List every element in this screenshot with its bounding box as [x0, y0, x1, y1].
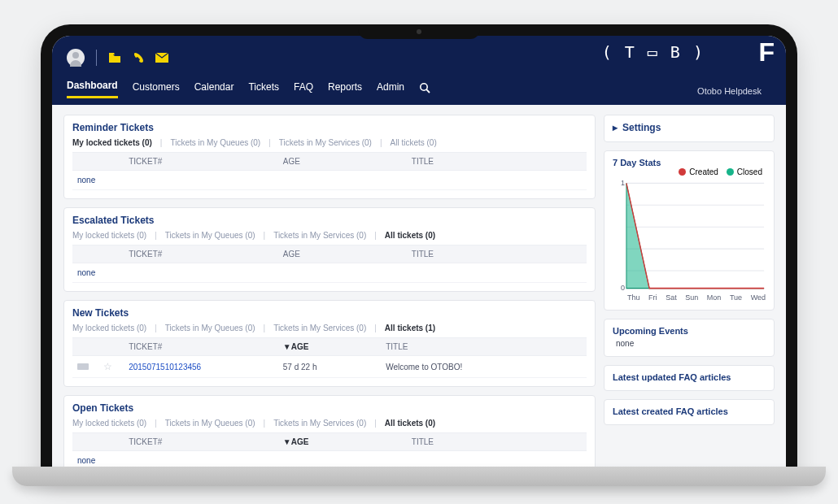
phone-icon[interactable] — [133, 52, 144, 63]
filter-all[interactable]: All tickets (1) — [385, 324, 435, 332]
filter-my-services[interactable]: Tickets in My Services (0) — [273, 324, 366, 332]
brand-logo: ( T ▭ B ) — [602, 42, 705, 62]
sidebar-upcoming-events: Upcoming Events none — [604, 319, 775, 357]
avatar[interactable] — [67, 49, 85, 67]
col-ticket[interactable]: TICKET# — [124, 153, 278, 171]
app-header: ( T ▭ B ) F Otobo Helpdesk Dashboard Cus… — [52, 36, 786, 105]
col-age[interactable]: ▼AGE — [278, 338, 381, 356]
device-base — [12, 467, 826, 486]
main-nav: Dashboard Customers Calendar Tickets FAQ… — [67, 80, 771, 105]
tickets-table: TICKET# AGE TITLE none — [72, 152, 587, 190]
nav-calendar[interactable]: Calendar — [194, 81, 234, 98]
nav-reports[interactable]: Reports — [328, 81, 362, 98]
widget-escalated-tickets: Escalated Tickets My locked tickets (0)|… — [63, 207, 596, 292]
upcoming-title: Upcoming Events — [613, 326, 766, 336]
ticket-link[interactable]: 2015071510123456 — [129, 363, 201, 371]
tickets-table: TICKET# AGE TITLE none — [72, 245, 587, 283]
filter-my-locked[interactable]: My locked tickets (0) — [72, 138, 152, 147]
stats-title: 7 Day Stats — [613, 158, 766, 167]
x-axis-labels: ThuFriSatSunMonTueWed — [627, 293, 766, 302]
tickets-table: TICKET# ▼AGE TITLE ☆ 2015071510123456 57… — [72, 337, 587, 378]
caret-right-icon: ▸ — [613, 122, 618, 133]
filter-my-queues[interactable]: Tickets in My Queues (0) — [170, 138, 260, 147]
filter-my-services[interactable]: Tickets in My Services (0) — [279, 138, 372, 147]
table-row[interactable]: ☆ 2015071510123456 57 d 22 h Welcome to … — [72, 356, 587, 378]
faq-created-title: Latest created FAQ articles — [613, 406, 766, 416]
settings-label: Settings — [622, 122, 661, 133]
col-ticket[interactable]: TICKET# — [124, 338, 278, 356]
filter-my-locked[interactable]: My locked tickets (0) — [72, 231, 146, 240]
svg-line-2 — [426, 89, 430, 93]
filter-my-queues[interactable]: Tickets in My Queues (0) — [165, 324, 255, 332]
widget-new-tickets: New Tickets My locked tickets (0)| Ticke… — [63, 300, 596, 387]
filter-my-queues[interactable]: Tickets in My Queues (0) — [165, 419, 255, 428]
col-title[interactable]: TITLE — [407, 153, 587, 171]
legend-created-dot — [679, 168, 686, 176]
brand-letter: F — [758, 37, 775, 67]
sidebar-settings[interactable]: ▸ Settings — [604, 115, 775, 142]
ticket-title: Welcome to OTOBO! — [381, 356, 587, 378]
widget-title: Escalated Tickets — [72, 215, 587, 226]
tickets-table: TICKET# ▼AGE TITLE none — [72, 432, 587, 471]
legend-created: Created — [689, 167, 718, 176]
folder-icon[interactable] — [108, 52, 121, 63]
filter-all[interactable]: All tickets (0) — [391, 138, 437, 147]
brand-name: Otobo Helpdesk — [697, 86, 762, 96]
widget-reminder-tickets: Reminder Tickets My locked tickets (0)| … — [63, 115, 596, 199]
empty-row: none — [72, 171, 587, 190]
widget-title: Reminder Tickets — [72, 122, 587, 133]
col-ticket[interactable]: TICKET# — [124, 245, 278, 263]
col-age[interactable]: ▼AGE — [278, 433, 407, 451]
nav-admin[interactable]: Admin — [377, 81, 404, 98]
col-title[interactable]: TITLE — [407, 433, 587, 451]
col-title[interactable]: TITLE — [381, 338, 587, 356]
sidebar-faq-updated[interactable]: Latest updated FAQ articles — [604, 365, 775, 391]
col-title[interactable]: TITLE — [407, 245, 587, 263]
upcoming-none: none — [613, 336, 766, 348]
filter-my-services[interactable]: Tickets in My Services (0) — [273, 231, 366, 240]
faq-updated-title: Latest updated FAQ articles — [613, 372, 766, 382]
legend-closed: Closed — [737, 167, 762, 176]
filter-my-locked[interactable]: My locked tickets (0) — [72, 419, 146, 428]
widget-title: Open Tickets — [72, 402, 587, 414]
device-notch — [358, 24, 480, 39]
col-age[interactable]: AGE — [278, 153, 407, 171]
widget-title: New Tickets — [72, 307, 587, 319]
nav-faq[interactable]: FAQ — [294, 81, 313, 98]
filter-my-services[interactable]: Tickets in My Services (0) — [273, 419, 366, 428]
filter-all[interactable]: All tickets (0) — [385, 419, 435, 428]
empty-row: none — [72, 263, 587, 283]
mail-icon[interactable] — [155, 53, 168, 63]
nav-tickets[interactable]: Tickets — [248, 81, 279, 98]
flag-icon[interactable] — [77, 363, 89, 370]
svg-point-1 — [421, 84, 427, 90]
sidebar-faq-created[interactable]: Latest created FAQ articles — [604, 399, 775, 425]
nav-customers[interactable]: Customers — [133, 81, 180, 98]
search-icon[interactable] — [419, 82, 430, 96]
svg-marker-9 — [626, 183, 764, 288]
divider — [96, 50, 97, 66]
legend-closed-dot — [727, 168, 734, 176]
filter-my-locked[interactable]: My locked tickets (0) — [72, 324, 146, 332]
filter-my-queues[interactable]: Tickets in My Queues (0) — [165, 231, 255, 240]
ticket-age: 57 d 22 h — [278, 356, 381, 378]
filter-all[interactable]: All tickets (0) — [385, 231, 435, 240]
sidebar-7day-stats: 7 Day Stats Created Closed 1 0 — [604, 150, 775, 311]
star-icon[interactable]: ☆ — [103, 361, 112, 372]
col-ticket[interactable]: TICKET# — [124, 433, 278, 451]
col-age[interactable]: AGE — [278, 245, 407, 263]
stats-chart — [613, 179, 766, 293]
nav-dashboard[interactable]: Dashboard — [67, 80, 118, 98]
